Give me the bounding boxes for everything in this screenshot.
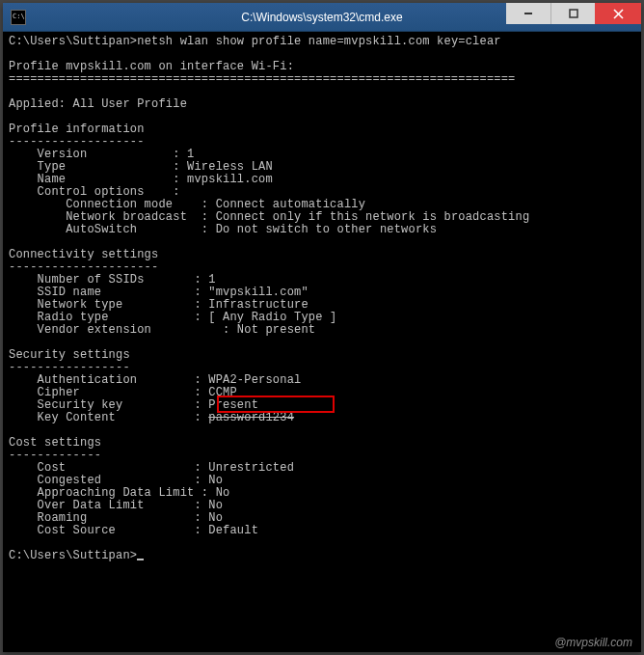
label: Number of SSIDs <box>9 273 145 287</box>
prompt: C:\Users\Suttipan> <box>9 549 137 562</box>
label: Authentication <box>9 373 137 387</box>
divider: ========================================… <box>9 72 515 86</box>
label: Cipher <box>9 386 80 399</box>
label: AutoSwitch <box>9 223 137 236</box>
value: Infrastructure <box>208 298 309 312</box>
value: Present <box>208 398 258 412</box>
watermark: @mvpskill.com <box>554 636 632 649</box>
label: Cost <box>9 461 66 475</box>
value: Wireless LAN <box>187 160 273 174</box>
maximize-button[interactable] <box>550 3 595 24</box>
label: Name <box>9 173 66 186</box>
label: Security key <box>9 398 122 412</box>
value: No <box>208 511 223 525</box>
section-dash: ----------------- <box>9 361 130 374</box>
value: No <box>208 474 223 487</box>
titlebar[interactable]: C:\Windows\system32\cmd.exe <box>3 3 641 32</box>
cmd-window: C:\Windows\system32\cmd.exe C:\Users\Sut… <box>3 3 641 652</box>
close-button[interactable] <box>595 3 641 24</box>
value: Connect only if this network is broadcas… <box>216 210 530 224</box>
label: Cost Source <box>9 524 116 537</box>
value: Not present <box>237 323 315 337</box>
value: [ Any Radio Type ] <box>208 311 336 324</box>
section-dash: ------------- <box>9 449 101 462</box>
label: Vendor extension <box>9 323 151 337</box>
value: 1 <box>208 273 215 287</box>
label: Connection mode <box>9 198 173 211</box>
label: Congested <box>9 474 101 487</box>
label: Approaching Data Limit <box>9 486 194 500</box>
applied-line: Applied: All User Profile <box>9 97 187 111</box>
label: Type <box>9 160 66 174</box>
typed-command: netsh wlan show profile name=mvpskill.co… <box>137 35 500 48</box>
terminal-output[interactable]: C:\Users\Suttipan>netsh wlan show profil… <box>3 32 641 652</box>
value: Unrestricted <box>208 461 294 475</box>
label: Roaming <box>9 511 87 525</box>
prompt: C:\Users\Suttipan> <box>9 35 137 48</box>
label: Over Data Limit <box>9 499 145 512</box>
value: 1 <box>187 148 194 161</box>
value: "mvpskill.com" <box>208 286 309 299</box>
label: Control options <box>9 185 145 199</box>
value: Do not switch to other networks <box>216 223 437 236</box>
value: CCMP <box>208 386 237 399</box>
value: No <box>208 499 223 512</box>
cmd-icon <box>11 10 26 25</box>
window-title: C:\Windows\system32\cmd.exe <box>241 11 402 24</box>
minimize-button[interactable] <box>506 3 550 24</box>
value: Default <box>208 524 258 537</box>
value: Connect automatically <box>216 198 365 211</box>
svg-line-2 <box>614 10 623 18</box>
window-controls <box>506 3 641 24</box>
label: Version <box>9 148 87 161</box>
section-header: Profile information <box>9 123 145 136</box>
value: No <box>216 486 230 500</box>
label: Radio type <box>9 311 109 324</box>
value: WPA2-Personal <box>208 373 301 387</box>
svg-line-3 <box>614 10 623 18</box>
section-dash: ------------------- <box>9 135 145 149</box>
section-header: Cost settings <box>9 436 101 450</box>
section-header: Security settings <box>9 348 130 362</box>
key-content-value: password1234 <box>208 411 294 424</box>
label: Key Content <box>9 411 116 424</box>
label: Network type <box>9 298 122 312</box>
svg-rect-1 <box>570 10 577 17</box>
section-header: Connectivity settings <box>9 248 158 261</box>
section-dash: --------------------- <box>9 260 158 274</box>
label: SSID name <box>9 286 101 299</box>
profile-header: Profile mvpskill.com on interface Wi-Fi: <box>9 60 294 73</box>
value: mvpskill.com <box>187 173 273 186</box>
cursor-icon <box>137 559 144 560</box>
label: Network broadcast <box>9 210 187 224</box>
